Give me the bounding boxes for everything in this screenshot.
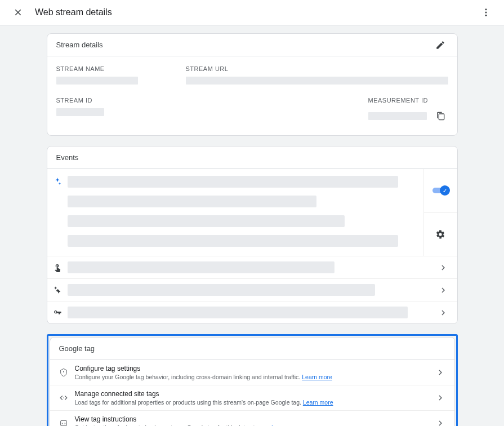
enhanced-measurement-settings-button[interactable]	[432, 227, 448, 242]
tag-icon	[59, 368, 68, 377]
measurement-id-field: MEASUREMENT ID	[368, 97, 448, 124]
chevron-right-icon	[438, 285, 448, 295]
create-events-row[interactable]	[47, 278, 457, 301]
learn-more-link[interactable]: Learn more	[302, 374, 332, 380]
svg-point-4	[63, 397, 64, 398]
cursor-sparkle-icon	[53, 286, 62, 295]
stream-name-value	[56, 77, 138, 85]
chevron-right-icon	[438, 308, 448, 318]
measurement-id-label: MEASUREMENT ID	[368, 97, 448, 104]
sparkle-icon	[53, 177, 62, 186]
tag-row-desc: Configure your Google tag behavior, incl…	[75, 374, 435, 380]
pencil-icon	[435, 40, 445, 50]
event-line-4	[68, 235, 399, 247]
tag-row-desc: Load tags for additional properties or p…	[75, 399, 435, 406]
check-icon: ✓	[443, 188, 447, 194]
stream-details-card: Stream details STREAM NAME STREAM URL ST…	[47, 33, 458, 136]
chevron-right-icon	[435, 393, 445, 403]
tag-row-title: Manage connected site tags	[75, 390, 435, 398]
code-icon	[59, 393, 68, 402]
enhanced-measurement-row: ✓	[47, 169, 457, 256]
measurement-id-value	[368, 112, 427, 120]
stream-details-header: Stream details	[47, 34, 457, 56]
google-tag-title: Google tag	[59, 344, 95, 353]
stream-details-title: Stream details	[56, 41, 103, 49]
gear-icon	[435, 229, 445, 239]
chevron-right-icon	[435, 367, 445, 378]
top-bar: Web stream details	[0, 0, 504, 25]
close-button[interactable]	[10, 5, 26, 20]
more-vertical-icon	[481, 7, 491, 17]
svg-point-3	[63, 371, 64, 372]
measurement-protocol-bar	[68, 307, 408, 318]
more-button[interactable]	[478, 5, 494, 20]
event-line-2	[68, 196, 316, 207]
view-tag-instructions-row[interactable]: View tag instructions Get instructions f…	[50, 411, 454, 426]
stream-id-label: STREAM ID	[56, 97, 186, 104]
modify-events-bar	[68, 261, 335, 273]
events-title: Events	[56, 153, 79, 162]
key-icon	[52, 308, 63, 317]
svg-point-1	[485, 12, 487, 14]
page-title: Web stream details	[35, 7, 112, 17]
close-icon	[13, 7, 23, 17]
modify-events-row[interactable]	[47, 256, 457, 278]
google-tag-header: Google tag	[50, 338, 454, 360]
chevron-right-icon	[435, 418, 445, 426]
chevron-right-icon	[438, 263, 448, 273]
stream-name-label: STREAM NAME	[56, 65, 186, 72]
google-tag-card: Google tag Configure tag settings Config…	[50, 337, 455, 426]
stream-url-field: STREAM URL	[186, 65, 448, 85]
stream-id-field: STREAM ID	[56, 97, 186, 124]
create-events-bar	[68, 284, 375, 296]
main-container: Stream details STREAM NAME STREAM URL ST…	[47, 33, 458, 426]
measurement-protocol-row[interactable]	[47, 301, 457, 323]
copy-measurement-id-button[interactable]	[432, 108, 448, 124]
events-card: Events ✓	[47, 146, 458, 324]
manage-connected-tags-row[interactable]: Manage connected site tags Load tags for…	[50, 385, 454, 411]
stream-url-label: STREAM URL	[186, 65, 448, 72]
copy-icon	[436, 112, 445, 121]
edit-stream-button[interactable]	[432, 37, 448, 53]
top-bar-left: Web stream details	[10, 5, 112, 20]
event-line-3	[68, 215, 345, 227]
tag-row-title: Configure tag settings	[75, 365, 435, 372]
touch-icon	[53, 263, 62, 272]
stream-name-field: STREAM NAME	[56, 65, 186, 85]
svg-point-2	[485, 15, 487, 16]
learn-more-link[interactable]: Learn more	[303, 399, 333, 406]
google-tag-highlight: Google tag Configure tag settings Config…	[47, 334, 458, 426]
tag-row-title: View tag instructions	[75, 415, 435, 423]
svg-point-0	[485, 8, 487, 10]
enhanced-measurement-toggle[interactable]: ✓	[432, 185, 448, 196]
svg-rect-5	[60, 420, 66, 425]
event-line-1	[68, 176, 399, 188]
stream-id-value	[56, 108, 104, 116]
stream-url-value	[186, 77, 448, 85]
configure-tag-settings-row[interactable]: Configure tag settings Configure your Go…	[50, 360, 454, 385]
instructions-icon	[59, 419, 68, 426]
events-header: Events	[47, 147, 457, 169]
